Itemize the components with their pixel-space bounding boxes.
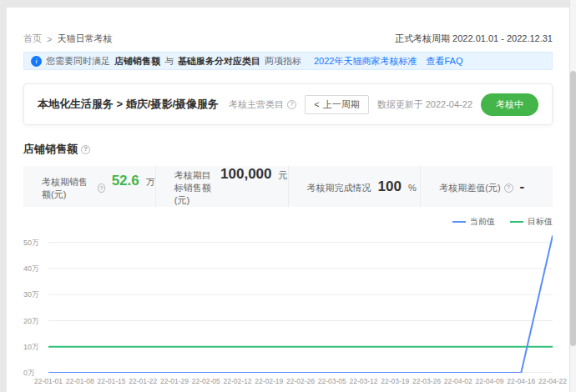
x-axis-tick-label: 22-02-05 bbox=[192, 377, 220, 385]
y-axis-tick-label: 0万 bbox=[23, 368, 35, 379]
info-icon: i bbox=[31, 56, 42, 67]
category-title: 本地化生活服务 > 婚庆/摄影/摄像服务 bbox=[38, 97, 219, 112]
assessment-standard-link[interactable]: 2022年天猫商家考核标准 bbox=[314, 55, 417, 68]
x-axis-tick-label: 22-04-16 bbox=[507, 377, 535, 385]
x-axis-tick-label: 22-01-15 bbox=[97, 377, 125, 385]
x-axis-tick-label: 22-02-12 bbox=[223, 377, 251, 385]
stat-value: 52.6 bbox=[112, 173, 139, 189]
stat-item: 考核期完成情况 100 % bbox=[288, 166, 421, 207]
chart-legend: 当前值目标值 bbox=[23, 215, 553, 228]
x-axis-tick-label: 22-04-02 bbox=[444, 377, 472, 385]
stat-item: 考核期目标销售额(元) 100,000 元 bbox=[155, 166, 288, 207]
assessment-status-button[interactable]: 考核中 bbox=[481, 93, 538, 116]
chart-plot-area bbox=[48, 229, 553, 373]
legend-item[interactable]: 当前值 bbox=[452, 216, 495, 228]
data-updated-text: 数据更新于 2022-04-22 bbox=[377, 98, 472, 111]
breadcrumb-separator-icon: > bbox=[47, 34, 52, 44]
breadcrumb-current: 天猫日常考核 bbox=[57, 33, 112, 45]
stat-label: 考核期完成情况 bbox=[307, 182, 371, 194]
help-icon[interactable]: ? bbox=[504, 183, 513, 193]
x-axis-tick-label: 22-01-22 bbox=[129, 377, 157, 385]
header-row: 首页 > 天猫日常考核 正式考核周期 2022.01.01 - 2022.12.… bbox=[23, 33, 553, 45]
banner-text-suffix: 两项指标 bbox=[265, 55, 301, 68]
help-icon[interactable]: ? bbox=[287, 100, 296, 109]
scrollbar-track[interactable] bbox=[569, 0, 576, 392]
stat-item: 考核期销售额(元) ? 52.6 万 bbox=[23, 166, 155, 207]
chevron-left-icon: < bbox=[314, 99, 319, 109]
stat-unit: 元 bbox=[279, 169, 288, 182]
content-area: 首页 > 天猫日常考核 正式考核周期 2022.01.01 - 2022.12.… bbox=[7, 8, 569, 389]
legend-item[interactable]: 目标值 bbox=[510, 216, 553, 228]
stat-value: 100 bbox=[378, 178, 402, 195]
x-axis-tick-label: 22-01-01 bbox=[34, 377, 63, 385]
stat-unit: 万 bbox=[146, 176, 155, 188]
y-axis-tick-label: 30万 bbox=[23, 289, 39, 300]
stat-label-text: 考核期差值(元) bbox=[439, 182, 500, 194]
stat-value: 100,000 bbox=[220, 166, 271, 183]
stat-label: 考核期目标销售额(元) bbox=[174, 169, 214, 207]
scrollbar-thumb[interactable] bbox=[570, 71, 576, 346]
breadcrumb-home-link[interactable]: 首页 bbox=[23, 33, 42, 45]
legend-line-icon bbox=[510, 221, 523, 223]
x-axis-tick-label: 22-01-29 bbox=[160, 377, 189, 385]
faq-link[interactable]: 查看FAQ bbox=[426, 55, 462, 68]
section-title-label: 店铺销售额 bbox=[23, 142, 78, 157]
stat-item: 考核期差值(元) ? - bbox=[420, 166, 553, 207]
stats-panel: 考核期销售额(元) ? 52.6 万 考核期目标销售额(元) 100,000 元 bbox=[23, 166, 553, 207]
info-banner: i 您需要同时满足 店铺销售额 与 基础服务分对应类目 两项指标 2022年天猫… bbox=[23, 52, 553, 70]
prev-period-button[interactable]: < 上一周期 bbox=[305, 95, 368, 114]
help-icon[interactable]: ? bbox=[98, 183, 105, 193]
legend-label: 当前值 bbox=[470, 216, 495, 228]
y-axis-tick-label: 20万 bbox=[23, 315, 39, 326]
x-axis-tick-label: 22-04-22 bbox=[538, 377, 567, 385]
stat-label-text: 考核期目标销售额(元) bbox=[174, 169, 214, 207]
stat-label-text: 考核期完成情况 bbox=[307, 182, 371, 194]
stat-unit: % bbox=[408, 183, 417, 193]
stat-value: - bbox=[520, 178, 525, 195]
x-axis-tick-label: 22-03-19 bbox=[381, 377, 409, 385]
legend-line-icon bbox=[452, 221, 466, 223]
section-title: 店铺销售额 ? bbox=[23, 142, 553, 157]
category-card-right: < 上一周期 数据更新于 2022-04-22 考核中 bbox=[305, 93, 538, 116]
x-axis-tick-label: 22-02-26 bbox=[286, 377, 315, 385]
x-axis-tick-label: 22-03-26 bbox=[412, 377, 441, 385]
banner-metric-service: 基础服务分对应类目 bbox=[178, 55, 260, 68]
x-axis-tick-label: 22-03-12 bbox=[349, 377, 377, 385]
category-subtitle-label: 考核主营类目 bbox=[229, 98, 284, 111]
legend-label: 目标值 bbox=[528, 216, 553, 228]
help-icon[interactable]: ? bbox=[81, 145, 90, 154]
y-axis: 0万10万20万30万40万50万 bbox=[23, 229, 47, 373]
chart-canvas bbox=[48, 229, 553, 373]
page: 首页 > 天猫日常考核 正式考核周期 2022.01.01 - 2022.12.… bbox=[7, 8, 569, 392]
stat-label-text: 考核期销售额(元) bbox=[42, 176, 94, 201]
x-axis-tick-label: 22-04-09 bbox=[475, 377, 503, 385]
y-axis-tick-label: 50万 bbox=[23, 237, 39, 248]
breadcrumb: 首页 > 天猫日常考核 bbox=[23, 33, 112, 45]
x-axis-tick-label: 22-02-19 bbox=[255, 377, 283, 385]
stat-label: 考核期差值(元) ? bbox=[439, 182, 513, 194]
prev-period-label: 上一周期 bbox=[323, 98, 360, 111]
y-axis-tick-label: 10万 bbox=[23, 341, 39, 352]
stat-label: 考核期销售额(元) ? bbox=[42, 176, 105, 201]
banner-text-prefix: 您需要同时满足 bbox=[46, 55, 110, 68]
x-axis-tick-label: 22-03-05 bbox=[318, 377, 346, 385]
category-card-left: 本地化生活服务 > 婚庆/摄影/摄像服务 考核主营类目 ? bbox=[38, 97, 296, 112]
x-axis-tick-label: 22-01-08 bbox=[66, 377, 94, 385]
sales-chart: 0万10万20万30万40万50万 bbox=[23, 229, 553, 373]
category-subtitle: 考核主营类目 ? bbox=[229, 98, 296, 111]
banner-metric-sales: 店铺销售额 bbox=[114, 55, 160, 68]
x-axis: 22-01-0122-01-0822-01-1522-01-2222-01-29… bbox=[48, 377, 553, 389]
banner-text-conjunction: 与 bbox=[164, 55, 174, 68]
y-axis-tick-label: 40万 bbox=[23, 263, 39, 274]
category-card: 本地化生活服务 > 婚庆/摄影/摄像服务 考核主营类目 ? < 上一周期 数据更… bbox=[23, 83, 553, 125]
assessment-period-text: 正式考核周期 2022.01.01 - 2022.12.31 bbox=[395, 33, 553, 45]
